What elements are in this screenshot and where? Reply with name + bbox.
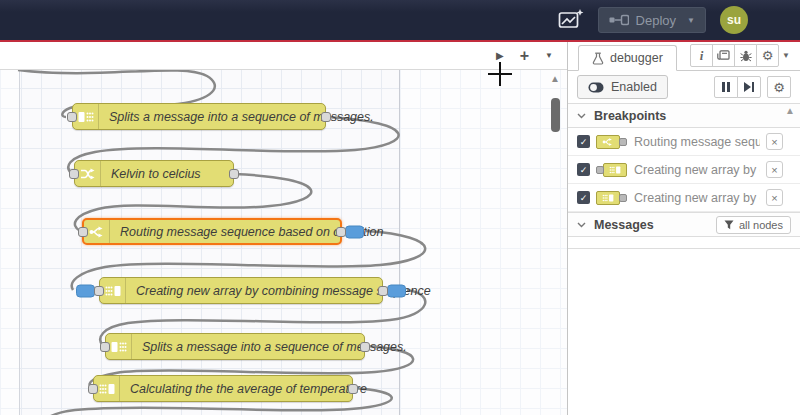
- join-mini-node-icon: [596, 162, 628, 178]
- step-next-button[interactable]: [737, 76, 761, 98]
- join-node-icon: [602, 193, 614, 203]
- node-label: Kelvin to celcius: [101, 167, 211, 181]
- breakpoint-checkbox[interactable]: ✓: [577, 135, 590, 148]
- output-port[interactable]: [321, 112, 331, 122]
- flow-node-split[interactable]: Splits a message into a sequence of mess…: [72, 103, 326, 130]
- breakpoint-row: ✓ Creating new array by combining messag…: [568, 156, 800, 184]
- filter-funnel-icon: [724, 220, 734, 230]
- step-next-icon: [744, 82, 755, 92]
- remove-breakpoint-button[interactable]: ×: [766, 133, 783, 150]
- deploy-button[interactable]: Deploy ▼: [598, 7, 706, 33]
- breakpoints-header[interactable]: Breakpoints: [568, 103, 800, 128]
- switch-node-icon: [602, 137, 614, 147]
- breakpoints-list: ✓ Routing message sequence based on cond…: [568, 128, 800, 212]
- breakpoint-label: Routing message sequence based on condit…: [634, 135, 760, 149]
- input-port[interactable]: [67, 112, 77, 122]
- join-node-icon: [609, 165, 621, 175]
- output-port[interactable]: [348, 384, 358, 394]
- node-red-app: Deploy ▼ su ▶ + ▼ Splits a message into …: [0, 0, 800, 415]
- chevron-down-icon: [577, 113, 586, 119]
- split-node-icon: [111, 340, 127, 354]
- pause-button[interactable]: [714, 76, 738, 98]
- input-port[interactable]: [78, 227, 88, 237]
- switch-node-icon: [89, 225, 105, 239]
- output-port[interactable]: [378, 286, 388, 296]
- export-image-icon[interactable]: [558, 9, 584, 31]
- breakpoint-marker[interactable]: [387, 284, 406, 297]
- breakpoint-row: ✓ Routing message sequence based on cond…: [568, 128, 800, 156]
- switch-mini-node-icon: [596, 134, 628, 150]
- tab-debugger[interactable]: debugger: [578, 45, 677, 71]
- flow-node-switch[interactable]: Routing message sequence based on condit…: [82, 218, 342, 245]
- breakpoint-marker[interactable]: [76, 284, 95, 297]
- add-flow-button[interactable]: +: [520, 48, 529, 64]
- chevron-down-icon: [577, 222, 586, 228]
- sidebar-scroll-up-arrow[interactable]: ▲: [785, 105, 795, 116]
- input-port[interactable]: [94, 286, 104, 296]
- enabled-label: Enabled: [611, 80, 657, 94]
- breakpoint-row: ✓ Creating new array by combining messag…: [568, 184, 800, 212]
- debugger-toolbar: Enabled ⚙: [568, 71, 800, 103]
- input-port[interactable]: [69, 169, 79, 179]
- breakpoint-checkbox[interactable]: ✓: [577, 191, 590, 204]
- messages-title: Messages: [594, 218, 654, 232]
- input-port[interactable]: [88, 384, 98, 394]
- header-bar: Deploy ▼ su: [0, 0, 800, 42]
- flow-canvas-region: ▶ + ▼ Splits a message into a sequence o…: [0, 42, 567, 415]
- messages-header[interactable]: Messages all nodes: [568, 212, 800, 237]
- node-label: Splits a message into a sequence of mess…: [99, 110, 384, 124]
- breakpoint-label: Creating new array by combining message …: [634, 191, 760, 205]
- debugger-enabled-toggle[interactable]: Enabled: [577, 75, 668, 99]
- debug-sidebar: debugger i ⚙: [567, 42, 800, 415]
- breakpoint-checkbox[interactable]: ✓: [577, 163, 590, 176]
- toggle-icon: [588, 82, 604, 93]
- flow-list-menu-icon[interactable]: ▼: [545, 52, 553, 60]
- message-filter-button[interactable]: all nodes: [716, 216, 791, 234]
- message-filter-label: all nodes: [739, 219, 783, 231]
- breakpoint-label: Creating new array by combining message …: [634, 163, 760, 177]
- deploy-node-icon: [609, 14, 629, 26]
- user-avatar[interactable]: su: [720, 6, 748, 34]
- breakpoints-section: Breakpoints ✓ Routing message sequence b…: [568, 103, 800, 212]
- remove-breakpoint-button[interactable]: ×: [766, 189, 783, 206]
- info-button[interactable]: i: [690, 44, 713, 67]
- debugger-settings-button[interactable]: ⚙: [767, 76, 791, 98]
- sidebar-tabbar: debugger i ⚙: [568, 42, 800, 71]
- breakpoint-marker[interactable]: [345, 225, 364, 238]
- flow-node-join[interactable]: Calculating the the average of temperatu…: [93, 375, 353, 402]
- pause-icon: [722, 82, 730, 92]
- join-mini-node-icon: [596, 190, 628, 206]
- flow-canvas[interactable]: Splits a message into a sequence of mess…: [0, 70, 567, 415]
- messages-section: Messages all nodes: [568, 212, 800, 249]
- input-port[interactable]: [100, 342, 110, 352]
- canvas-scroll-up-arrow[interactable]: ▲: [550, 73, 560, 84]
- output-port[interactable]: [360, 342, 370, 352]
- output-port[interactable]: [229, 169, 239, 179]
- flow-tabbar: ▶ + ▼: [0, 42, 567, 70]
- flow-node-change[interactable]: Kelvin to celcius: [74, 160, 234, 187]
- sidebar-tabs-menu-icon[interactable]: ▼: [778, 44, 794, 67]
- breakpoints-title: Breakpoints: [594, 109, 666, 123]
- main-menu-icon[interactable]: [762, 12, 788, 29]
- change-node-icon: [80, 167, 96, 181]
- debug-messages-button[interactable]: [734, 44, 757, 67]
- deploy-caret-icon[interactable]: ▼: [687, 16, 695, 25]
- tab-debugger-label: debugger: [610, 51, 663, 65]
- split-node-icon: [78, 110, 94, 124]
- flask-icon: [592, 52, 604, 65]
- flow-node-split[interactable]: Splits a message into a sequence of mess…: [105, 333, 365, 360]
- help-book-button[interactable]: [712, 44, 735, 67]
- book-icon: [717, 50, 730, 62]
- sidebar-settings-button[interactable]: ⚙: [756, 44, 779, 67]
- output-port[interactable]: [336, 227, 346, 237]
- flow-node-join[interactable]: Creating new array by combining message …: [99, 277, 383, 304]
- node-label: Calculating the the average of temperatu…: [120, 382, 377, 396]
- node-label: Splits a message into a sequence of mess…: [132, 340, 417, 354]
- join-node-icon: [105, 284, 121, 298]
- tab-scroll-right-icon[interactable]: ▶: [496, 51, 504, 61]
- remove-breakpoint-button[interactable]: ×: [766, 161, 783, 178]
- deploy-label: Deploy: [636, 13, 676, 28]
- messages-empty-area: [568, 237, 800, 249]
- canvas-scrollbar-thumb[interactable]: [551, 98, 560, 132]
- bug-icon: [740, 50, 752, 62]
